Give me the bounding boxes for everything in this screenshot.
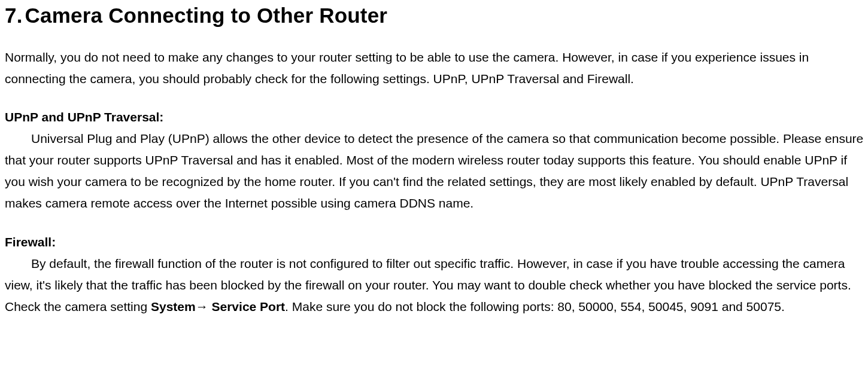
firewall-path-service-port: Service Port (208, 300, 285, 313)
firewall-post: . Make sure you do not block the followi… (285, 300, 785, 313)
section-title: Camera Connecting to Other Router (25, 4, 388, 27)
firewall-section: Firewall: By default, the firewall funct… (5, 231, 864, 318)
firewall-path-system: System (151, 300, 196, 313)
section-number: 7. (5, 2, 23, 29)
arrow-icon: → (196, 300, 208, 313)
intro-paragraph: Normally, you do not need to make any ch… (5, 47, 864, 90)
upnp-section: UPnP and UPnP Traversal: Universal Plug … (5, 106, 864, 215)
document-page: 7.Camera Connecting to Other Router Norm… (0, 0, 868, 340)
firewall-text: By default, the firewall function of the… (5, 253, 864, 318)
upnp-heading: UPnP and UPnP Traversal: (5, 106, 864, 128)
section-heading: 7.Camera Connecting to Other Router (5, 2, 864, 29)
firewall-heading: Firewall: (5, 231, 864, 253)
upnp-text: Universal Plug and Play (UPnP) allows th… (5, 128, 864, 214)
